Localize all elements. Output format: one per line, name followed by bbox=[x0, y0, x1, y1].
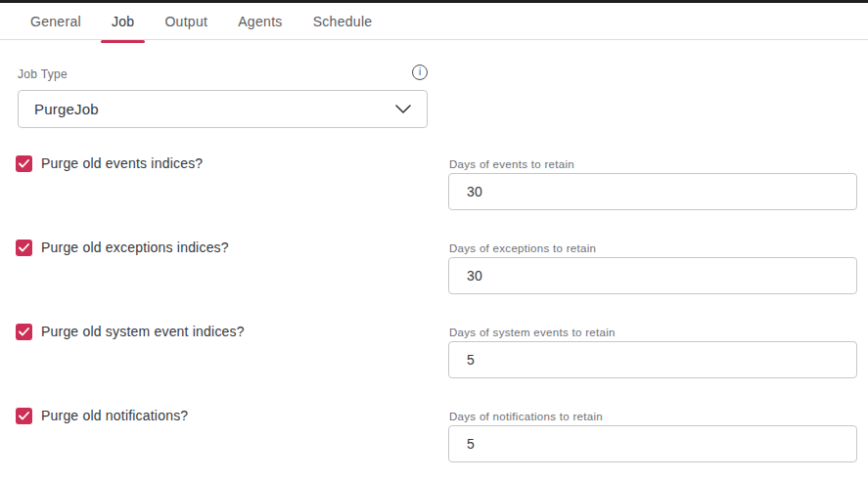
purge-exceptions-label[interactable]: Purge old exceptions indices? bbox=[41, 240, 229, 256]
events-retain-input[interactable] bbox=[448, 173, 857, 210]
purge-system-events-checkbox[interactable] bbox=[16, 324, 32, 340]
check-icon bbox=[19, 328, 29, 336]
tab-bar: General Job Output Agents Schedule bbox=[20, 3, 391, 43]
tab-general[interactable]: General bbox=[20, 3, 92, 43]
purge-events-checkbox[interactable] bbox=[16, 155, 32, 172]
purge-system-events-label[interactable]: Purge old system event indices? bbox=[41, 324, 245, 340]
job-type-select[interactable]: PurgeJob bbox=[18, 90, 428, 128]
purge-exceptions-row: Purge old exceptions indices? Days of ex… bbox=[0, 240, 868, 298]
check-icon bbox=[19, 243, 29, 252]
exceptions-retain-input[interactable] bbox=[448, 257, 857, 294]
purge-events-row: Purge old events indices? Days of events… bbox=[0, 155, 868, 214]
notifications-retain-input[interactable] bbox=[448, 425, 857, 462]
purge-notifications-checkbox[interactable] bbox=[16, 408, 32, 424]
tab-agents[interactable]: Agents bbox=[227, 3, 293, 43]
purge-events-label[interactable]: Purge old events indices? bbox=[41, 155, 203, 172]
tab-output[interactable]: Output bbox=[154, 3, 218, 43]
events-retain-label: Days of events to retain bbox=[449, 158, 574, 170]
tab-job[interactable]: Job bbox=[101, 3, 145, 43]
tab-bar-divider bbox=[0, 39, 868, 40]
system-events-retain-input[interactable] bbox=[448, 341, 857, 378]
chevron-down-icon bbox=[395, 105, 411, 113]
info-icon[interactable]: i bbox=[412, 65, 428, 80]
system-events-retain-label: Days of system events to retain bbox=[449, 327, 616, 338]
job-settings-screen: General Job Output Agents Schedule Job T… bbox=[0, 0, 868, 481]
check-icon bbox=[19, 159, 29, 168]
tab-schedule[interactable]: Schedule bbox=[302, 3, 384, 43]
job-type-label: Job Type bbox=[18, 67, 68, 81]
notifications-retain-label: Days of notifications to retain bbox=[449, 411, 603, 422]
purge-notifications-label[interactable]: Purge old notifications? bbox=[41, 408, 188, 424]
job-type-selected-value: PurgeJob bbox=[34, 101, 99, 117]
purge-notifications-row: Purge old notifications? Days of notific… bbox=[0, 408, 868, 466]
purge-exceptions-checkbox[interactable] bbox=[16, 240, 32, 256]
check-icon bbox=[19, 412, 29, 420]
purge-system-events-row: Purge old system event indices? Days of … bbox=[0, 324, 868, 382]
exceptions-retain-label: Days of exceptions to retain bbox=[449, 242, 596, 254]
